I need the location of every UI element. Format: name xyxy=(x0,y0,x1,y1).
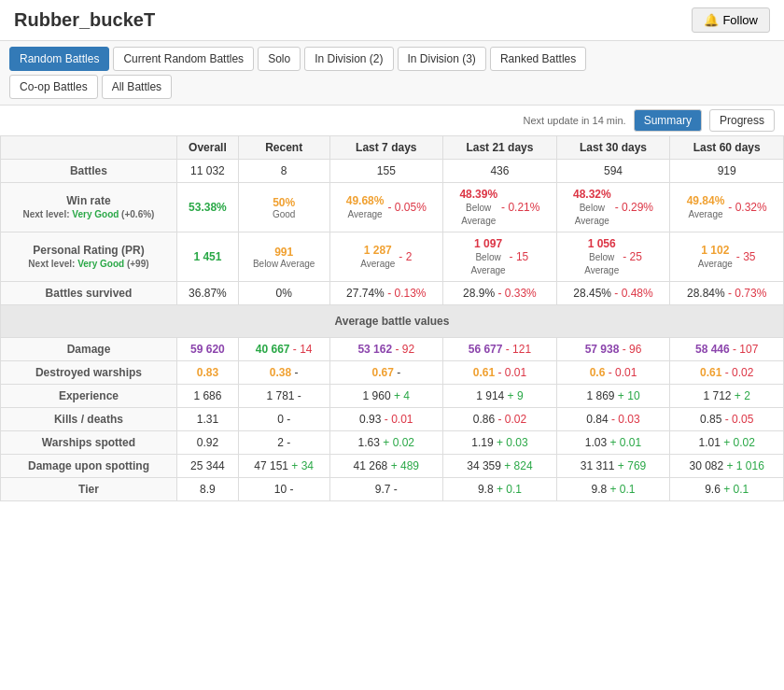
col-header-last60: Last 60 days xyxy=(670,136,784,160)
damage-recent: 40 667 - 14 xyxy=(238,338,329,361)
tab-co-op-battles[interactable]: Co-op Battles xyxy=(9,75,98,99)
battles-last30: 594 xyxy=(556,160,670,183)
topbar: Next update in 14 min. Summary Progress xyxy=(0,106,784,135)
stats-table: Overall Recent Last 7 days Last 21 days … xyxy=(0,135,784,501)
pr-recent: 991 Below Average xyxy=(238,232,329,282)
spotdmg-last30: 31 311 + 769 xyxy=(556,455,670,478)
spotdmg-last21: 34 359 + 824 xyxy=(443,455,557,478)
exp-overall: 1 686 xyxy=(176,385,238,408)
col-header-last7: Last 7 days xyxy=(329,136,443,160)
exp-last60: 1 712 + 2 xyxy=(670,385,784,408)
tab-all-battles[interactable]: All Battles xyxy=(102,75,172,99)
row-label-winrate: Win rate Next level: Very Good (+0.6%) xyxy=(1,183,177,232)
exp-last21: 1 914 + 9 xyxy=(443,385,557,408)
tab-random-battles[interactable]: Random Battles xyxy=(9,47,109,71)
tier-recent: 10 - xyxy=(238,478,329,501)
kd-overall: 1.31 xyxy=(176,408,238,431)
spotted-last60: 1.01 + 0.02 xyxy=(670,431,784,455)
table-row-spotted: Warships spotted 0.92 2 - 1.63 + 0.02 1.… xyxy=(1,431,784,455)
col-header-last30: Last 30 days xyxy=(556,136,670,160)
tier-last60: 9.6 + 0.1 xyxy=(670,478,784,501)
table-row-experience: Experience 1 686 1 781 - 1 960 + 4 1 914… xyxy=(1,385,784,408)
destroyed-last60: 0.61 - 0.02 xyxy=(670,361,784,385)
table-row-pr: Personal Rating (PR) Next level: Very Go… xyxy=(1,232,784,282)
battles-last7: 155 xyxy=(329,160,443,183)
tab-current-random-battles[interactable]: Current Random Battles xyxy=(113,47,254,71)
row-label-experience: Experience xyxy=(1,385,177,408)
row-label-pr: Personal Rating (PR) Next level: Very Go… xyxy=(1,232,177,282)
damage-overall: 59 620 xyxy=(176,338,238,361)
tab-in-division-2[interactable]: In Division (2) xyxy=(304,47,393,71)
survived-recent: 0% xyxy=(238,282,329,305)
kd-recent: 0 - xyxy=(238,408,329,431)
spotdmg-last7: 41 268 + 489 xyxy=(329,455,443,478)
winrate-overall: 53.38% xyxy=(176,183,238,232)
follow-button[interactable]: 🔔 Follow xyxy=(692,7,770,33)
survived-last60: 28.84% - 0.73% xyxy=(670,282,784,305)
row-label-survived: Battles survived xyxy=(1,282,177,305)
kd-last7: 0.93 - 0.01 xyxy=(329,408,443,431)
col-header-recent: Recent xyxy=(238,136,329,160)
tier-last21: 9.8 + 0.1 xyxy=(443,478,557,501)
page-title: Rubber_buckeT xyxy=(14,9,155,31)
pr-last21: 1 097BelowAverage - 15 xyxy=(443,232,557,282)
tab-ranked-battles[interactable]: Ranked Battles xyxy=(490,47,586,71)
row-label-spotting-dmg: Damage upon spotting xyxy=(1,455,177,478)
spotted-last21: 1.19 + 0.03 xyxy=(443,431,557,455)
destroyed-last21: 0.61 - 0.01 xyxy=(443,361,557,385)
exp-last30: 1 869 + 10 xyxy=(556,385,670,408)
spotted-last30: 1.03 + 0.01 xyxy=(556,431,670,455)
row-label-destroyed: Destroyed warships xyxy=(1,361,177,385)
row-label-tier: Tier xyxy=(1,478,177,501)
destroyed-recent: 0.38 - xyxy=(238,361,329,385)
winrate-last60: 49.84%Average - 0.32% xyxy=(670,183,784,232)
survived-last21: 28.9% - 0.33% xyxy=(443,282,557,305)
spotted-last7: 1.63 + 0.02 xyxy=(329,431,443,455)
table-row-damage: Damage 59 620 40 667 - 14 53 162 - 92 56… xyxy=(1,338,784,361)
table-header-row: Overall Recent Last 7 days Last 21 days … xyxy=(1,136,784,160)
damage-last7: 53 162 - 92 xyxy=(329,338,443,361)
row-label-spotted: Warships spotted xyxy=(1,431,177,455)
summary-button[interactable]: Summary xyxy=(634,109,702,132)
kd-last60: 0.85 - 0.05 xyxy=(670,408,784,431)
kd-last30: 0.84 - 0.03 xyxy=(556,408,670,431)
nav-bar: Random Battles Current Random Battles So… xyxy=(0,41,784,106)
row-label-battles: Battles xyxy=(1,160,177,183)
destroyed-last7: 0.67 - xyxy=(329,361,443,385)
tier-overall: 8.9 xyxy=(176,478,238,501)
battles-last21: 436 xyxy=(443,160,557,183)
update-text: Next update in 14 min. xyxy=(524,115,626,126)
kd-last21: 0.86 - 0.02 xyxy=(443,408,557,431)
row-label-kd: Kills / deaths xyxy=(1,408,177,431)
exp-last7: 1 960 + 4 xyxy=(329,385,443,408)
destroyed-last30: 0.6 - 0.01 xyxy=(556,361,670,385)
table-row-tier: Tier 8.9 10 - 9.7 - 9.8 + 0.1 9.8 + 0.1 … xyxy=(1,478,784,501)
pr-last30: 1 056BelowAverage - 25 xyxy=(556,232,670,282)
battles-last60: 919 xyxy=(670,160,784,183)
pr-overall: 1 451 xyxy=(176,232,238,282)
spotted-overall: 0.92 xyxy=(176,431,238,455)
col-header-last21: Last 21 days xyxy=(443,136,557,160)
survived-last30: 28.45% - 0.48% xyxy=(556,282,670,305)
tab-solo[interactable]: Solo xyxy=(258,47,301,71)
table-row-winrate: Win rate Next level: Very Good (+0.6%) 5… xyxy=(1,183,784,232)
table-row-section-avg: Average battle values xyxy=(1,305,784,338)
spotted-recent: 2 - xyxy=(238,431,329,455)
progress-button[interactable]: Progress xyxy=(709,109,775,132)
row-label-damage: Damage xyxy=(1,338,177,361)
tier-last30: 9.8 + 0.1 xyxy=(556,478,670,501)
pr-last7: 1 287Average - 2 xyxy=(329,232,443,282)
battles-recent: 8 xyxy=(238,160,329,183)
table-row-kd: Kills / deaths 1.31 0 - 0.93 - 0.01 0.86… xyxy=(1,408,784,431)
winrate-last30: 48.32%BelowAverage - 0.29% xyxy=(556,183,670,232)
bell-icon: 🔔 xyxy=(704,13,719,27)
destroyed-overall: 0.83 xyxy=(176,361,238,385)
table-row-survived: Battles survived 36.87% 0% 27.74% - 0.13… xyxy=(1,282,784,305)
winrate-sublabel: Next level: Very Good (+0.6%) xyxy=(23,209,155,219)
table-row-destroyed: Destroyed warships 0.83 0.38 - 0.67 - 0.… xyxy=(1,361,784,385)
winrate-recent: 50% Good xyxy=(238,183,329,232)
winrate-last21: 48.39%BelowAverage - 0.21% xyxy=(443,183,557,232)
tab-in-division-3[interactable]: In Division (3) xyxy=(398,47,486,71)
battles-overall: 11 032 xyxy=(176,160,238,183)
spotdmg-last60: 30 082 + 1 016 xyxy=(670,455,784,478)
